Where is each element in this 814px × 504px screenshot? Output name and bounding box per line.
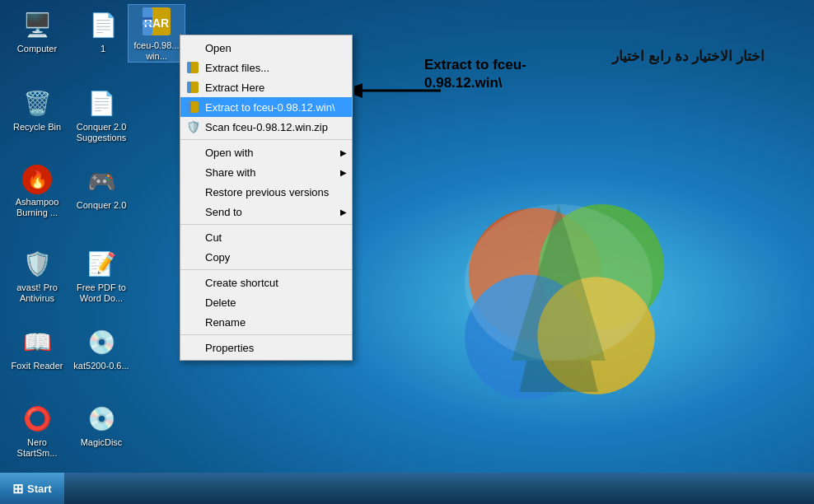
scan-icon: 🛡️: [185, 119, 200, 134]
icon-label: MagicDisc: [73, 437, 130, 448]
menu-item-cut[interactable]: Cut: [180, 227, 352, 247]
menu-item-label: Extract files...: [205, 62, 269, 74]
menu-item-label: Rename: [205, 316, 246, 329]
menu-item-label: Open with: [205, 147, 254, 159]
menu-item-delete[interactable]: Delete: [180, 292, 352, 312]
svg-rect-11: [143, 22, 152, 25]
icon-label: Nero StartSm...: [8, 437, 66, 459]
menu-item-properties[interactable]: Properties: [180, 338, 352, 357]
context-menu: Open Extract files... Extract Here Extra…: [180, 35, 353, 361]
svg-rect-17: [187, 101, 191, 113]
menu-item-label: Properties: [205, 342, 254, 354]
menu-item-label: Scan fceu-0.98.12.win.zip: [205, 121, 328, 133]
desktop-icon-recycle[interactable]: 🗑️ Recycle Bin: [8, 86, 66, 133]
menu-item-label: Create shortcut: [205, 277, 278, 289]
menu-item-extract-files[interactable]: Extract files...: [180, 58, 352, 77]
menu-item-label: Extract to fceu-0.98.12.win\: [205, 101, 335, 114]
icon-label: Recycle Bin: [8, 122, 66, 133]
start-label: Start: [27, 483, 52, 495]
menu-item-label: Delete: [205, 296, 236, 309]
menu-item-scan[interactable]: 🛡️ Scan fceu-0.98.12.win.zip: [180, 117, 352, 137]
menu-item-share-with[interactable]: Share with: [180, 162, 352, 182]
annotation-text: Extract to fceu-0.98.12.win\: [424, 56, 526, 92]
desktop-icon-conquer2[interactable]: 🎮 Conquer 2.0: [73, 165, 130, 211]
separator: [180, 224, 352, 225]
windows-orb-icon: ⊞: [12, 481, 23, 497]
desktop: 🖥️ Computer 📄 1 RAR fceu-0.98...win... 🗑…: [0, 0, 814, 504]
icon-label: Conquer 2.0: [73, 200, 130, 211]
menu-item-label: Open: [205, 42, 232, 54]
menu-item-label: Share with: [205, 166, 255, 179]
desktop-icon-freepdf[interactable]: 📝 Free PDF to Word Do...: [73, 247, 130, 304]
menu-item-label: Restore previous versions: [205, 186, 329, 198]
menu-item-open[interactable]: Open: [180, 38, 352, 58]
desktop-icon-computer[interactable]: 🖥️ Computer: [8, 8, 66, 54]
menu-item-label: Copy: [205, 251, 230, 264]
icon-label: Foxit Reader: [8, 361, 66, 371]
icon-label: avast! Pro Antivirus: [8, 282, 66, 304]
windows-logo: [402, 142, 715, 455]
menu-item-extract-here[interactable]: Extract Here: [180, 77, 352, 97]
desktop-icon-file1[interactable]: 📄 1: [74, 8, 132, 54]
icon-label: fceu-0.98...win...: [129, 40, 185, 62]
desktop-icon-winrar[interactable]: RAR fceu-0.98...win...: [128, 4, 185, 63]
icon-label: Computer: [8, 44, 66, 54]
taskbar: ⊞ Start: [0, 473, 814, 504]
desktop-icon-avast[interactable]: 🛡️ avast! Pro Antivirus: [8, 247, 66, 304]
desktop-icon-foxit[interactable]: 📖 Foxit Reader: [8, 325, 66, 371]
desktop-icon-nero[interactable]: ⭕ Nero StartSm...: [8, 402, 66, 459]
icon-label: 1: [74, 44, 132, 54]
menu-item-label: Extract Here: [205, 82, 264, 94]
extract-here-icon: [185, 80, 200, 95]
menu-item-rename[interactable]: Rename: [180, 312, 352, 332]
menu-item-restore[interactable]: Restore previous versions: [180, 182, 352, 202]
desktop-icon-magicdisc[interactable]: 💿 MagicDisc: [73, 402, 130, 448]
menu-item-send-to[interactable]: Send to: [180, 202, 352, 222]
desktop-icon-kat5200[interactable]: 💿 kat5200-0.6...: [73, 325, 130, 371]
svg-rect-15: [187, 82, 191, 93]
svg-rect-10: [143, 17, 152, 20]
extract-files-icon: [185, 60, 200, 75]
menu-item-label: Send to: [205, 206, 242, 218]
separator: [180, 139, 352, 140]
svg-rect-13: [187, 62, 191, 73]
separator: [180, 269, 352, 270]
menu-item-create-shortcut[interactable]: Create shortcut: [180, 273, 352, 292]
menu-item-copy[interactable]: Copy: [180, 247, 352, 267]
icon-label: kat5200-0.6...: [73, 361, 130, 371]
menu-item-extract-to[interactable]: Extract to fceu-0.98.12.win\: [180, 97, 352, 117]
icon-label: Conquer 2.0 Suggestions: [73, 122, 130, 143]
menu-item-label: Cut: [205, 231, 222, 244]
arabic-annotation: اختار الاختيار دة رابع اختيار: [612, 48, 765, 65]
desktop-icon-ashampoo[interactable]: 🔥 Ashampoo Burning ...: [8, 165, 66, 218]
desktop-icon-conquer[interactable]: 📄 Conquer 2.0 Suggestions: [73, 86, 130, 143]
separator: [180, 334, 352, 335]
icon-label: Ashampoo Burning ...: [8, 197, 66, 218]
icon-label: Free PDF to Word Do...: [73, 282, 130, 304]
extract-to-icon: [185, 100, 200, 114]
menu-item-open-with[interactable]: Open with: [180, 142, 352, 162]
start-button[interactable]: ⊞ Start: [0, 473, 64, 504]
